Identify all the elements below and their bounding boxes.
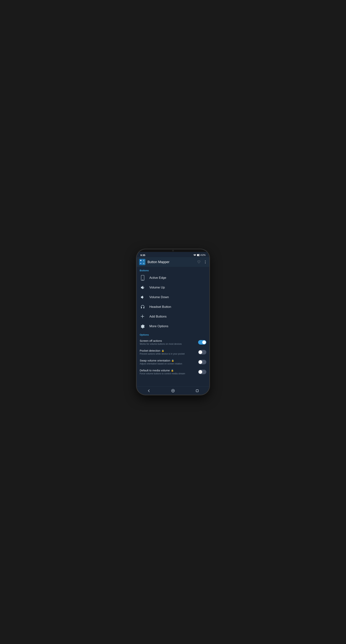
option-swap-volume[interactable]: Swap volume orientation 🔒 Adjust orienta… <box>137 357 209 367</box>
front-camera <box>172 250 174 252</box>
swap-volume-knob <box>199 360 202 364</box>
screen-off-title: Screen off actions <box>140 339 198 342</box>
svg-rect-1 <box>200 255 200 256</box>
volume-up-icon <box>140 284 146 290</box>
list-item-add-buttons[interactable]: Add Buttons <box>137 312 209 322</box>
pocket-detection-title: Pocket detection 🔒 <box>140 349 198 352</box>
media-volume-text: Default to media volume 🔒 Force volume b… <box>140 369 198 375</box>
list-item-more-options[interactable]: More Options <box>137 322 209 331</box>
buttons-section-header: Buttons <box>137 267 209 273</box>
volume-down-label: Volume Down <box>149 295 169 299</box>
option-pocket-detection[interactable]: Pocket detection 🔒 Prevent actions while… <box>137 347 209 357</box>
favorite-button[interactable]: ♡ <box>197 260 201 264</box>
swap-volume-toggle[interactable] <box>198 360 206 364</box>
list-item-volume-down[interactable]: Volume Down <box>137 292 209 302</box>
app-title: Button Mapper <box>147 260 195 264</box>
nav-bar <box>137 386 209 395</box>
media-volume-title: Default to media volume 🔒 <box>140 369 198 372</box>
phone-device: 9:35 62% <box>137 249 209 395</box>
swap-volume-title: Swap volume orientation 🔒 <box>140 359 198 362</box>
headset-button-label: Headset Button <box>149 305 171 309</box>
pocket-detection-text: Pocket detection 🔒 Prevent actions while… <box>140 349 198 355</box>
media-volume-subtitle: Force volume buttons to control media st… <box>140 372 198 375</box>
svg-rect-5 <box>140 263 141 264</box>
svg-rect-9 <box>142 280 143 280</box>
active-edge-label: Active Edge <box>149 276 166 280</box>
status-time: 9:35 <box>140 254 145 256</box>
svg-rect-6 <box>141 263 141 263</box>
content-area: Buttons Active Edge <box>137 267 209 377</box>
status-bar: 9:35 62% <box>137 252 209 257</box>
pocket-detection-subtitle: Prevent actions while device is in your … <box>140 352 198 355</box>
main-content: Buttons Active Edge <box>137 267 209 386</box>
camera-notch <box>162 250 184 252</box>
headset-icon <box>140 304 146 310</box>
list-item-active-edge[interactable]: Active Edge <box>137 273 209 283</box>
battery-icon <box>197 254 200 256</box>
pocket-lock-icon: 🔒 <box>161 350 164 352</box>
svg-rect-12 <box>196 390 198 392</box>
more-options-button[interactable]: ⋮ <box>204 260 207 264</box>
svg-rect-7 <box>141 264 141 264</box>
wifi-icon <box>193 254 196 256</box>
phone-icon <box>140 275 146 281</box>
app-bar: Button Mapper ♡ ⋮ <box>137 257 209 267</box>
add-icon <box>140 314 146 320</box>
screen-off-knob <box>202 340 206 344</box>
status-icons: 62% <box>193 254 206 256</box>
screen-off-subtitle: Works for volume buttons on most devices <box>140 343 198 345</box>
settings-icon <box>140 323 146 329</box>
screen-off-toggle[interactable] <box>198 340 206 344</box>
media-volume-toggle[interactable] <box>198 370 206 374</box>
screen-off-text: Screen off actions Works for volume butt… <box>140 339 198 345</box>
app-logo <box>139 259 146 265</box>
svg-rect-8 <box>141 275 144 280</box>
option-media-volume[interactable]: Default to media volume 🔒 Force volume b… <box>137 367 209 377</box>
swap-volume-subtitle: Adjust orientation based on screen rotat… <box>140 362 198 365</box>
options-section-header: Options <box>137 331 209 337</box>
pocket-detection-knob <box>199 350 202 354</box>
list-item-volume-up[interactable]: Volume Up <box>137 283 209 292</box>
pocket-detection-toggle[interactable] <box>198 350 206 354</box>
recents-button[interactable] <box>193 387 201 395</box>
swap-volume-text: Swap volume orientation 🔒 Adjust orienta… <box>140 359 198 365</box>
back-button[interactable] <box>145 387 153 395</box>
media-lock-icon: 🔒 <box>171 369 174 372</box>
volume-down-icon <box>140 294 146 300</box>
home-button[interactable] <box>169 387 177 395</box>
volume-up-label: Volume Up <box>149 286 165 290</box>
svg-rect-2 <box>197 254 199 256</box>
add-buttons-label: Add Buttons <box>149 315 167 318</box>
option-screen-off-actions[interactable]: Screen off actions Works for volume butt… <box>137 337 209 347</box>
svg-point-11 <box>172 390 174 391</box>
list-item-headset[interactable]: Headset Button <box>137 302 209 312</box>
svg-rect-3 <box>140 260 141 261</box>
battery-percent: 62% <box>201 254 206 256</box>
phone-screen: 9:35 62% <box>137 249 209 395</box>
swap-lock-icon: 🔒 <box>171 359 174 362</box>
camera-bar <box>137 249 209 252</box>
media-volume-knob <box>199 370 202 374</box>
app-bar-actions: ♡ ⋮ <box>197 260 207 264</box>
more-options-label: More Options <box>149 324 168 328</box>
